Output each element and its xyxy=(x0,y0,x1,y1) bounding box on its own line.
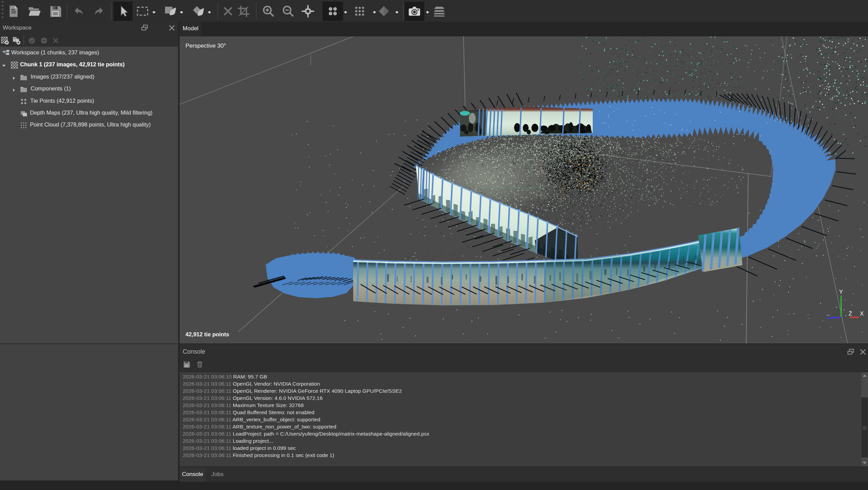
svg-text:Z: Z xyxy=(849,310,852,317)
svg-text:X: X xyxy=(860,310,864,317)
svg-text:Perspective 30°: Perspective 30° xyxy=(185,43,226,49)
svg-text:Y: Y xyxy=(839,289,843,295)
svg-text:42,912 tie points: 42,912 tie points xyxy=(185,331,229,337)
